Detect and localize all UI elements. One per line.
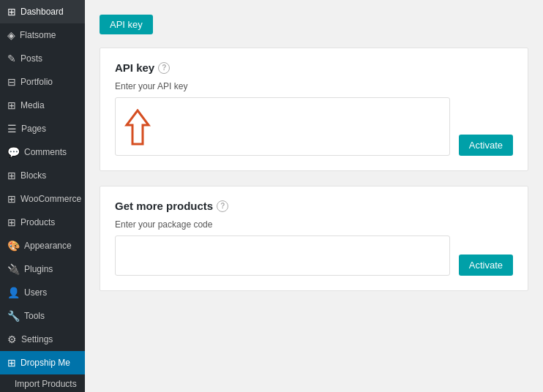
sidebar-item-products[interactable]: ⊞ Products [0, 211, 85, 234]
sidebar-item-label: Media [20, 100, 45, 110]
package-code-input[interactable] [115, 235, 450, 276]
users-icon: 👤 [7, 287, 20, 298]
api-key-input-area[interactable] [115, 97, 450, 156]
sidebar-item-media[interactable]: ⊞ Media [0, 94, 85, 117]
sidebar-item-plugins[interactable]: 🔌 Plugins [0, 257, 85, 281]
sidebar-item-users[interactable]: 👤 Users [0, 281, 85, 304]
sidebar: ⊞ Dashboard ◈ Flatsome ✎ Posts ⊟ Portfol… [0, 0, 85, 392]
flatsome-icon: ◈ [7, 29, 15, 41]
portfolio-icon: ⊟ [7, 76, 16, 88]
blocks-icon: ⊞ [7, 170, 16, 181]
api-key-input-wrapper [115, 97, 450, 156]
sidebar-item-label: Tools [24, 311, 45, 321]
get-more-help-icon[interactable]: ? [217, 200, 228, 212]
tools-icon: 🔧 [7, 310, 20, 322]
sidebar-item-portfolio[interactable]: ⊟ Portfolio [0, 70, 85, 94]
sidebar-item-label: Flatsome [20, 30, 56, 40]
api-key-help-icon[interactable]: ? [158, 62, 170, 74]
sidebar-item-label: Appearance [24, 241, 72, 251]
sidebar-item-label: Pages [21, 124, 46, 134]
arrow-up-icon [123, 109, 152, 146]
sidebar-item-label: Posts [20, 53, 42, 64]
sidebar-item-label: Portfolio [20, 77, 53, 87]
sidebar-item-label: Users [24, 287, 47, 298]
package-code-label: Enter your package code [115, 219, 513, 230]
dashboard-icon: ⊞ [7, 6, 16, 18]
media-icon: ⊞ [7, 99, 16, 111]
api-key-row: Activate [115, 97, 513, 156]
woocommerce-icon: ⊞ [7, 193, 16, 205]
package-input-col [115, 235, 450, 276]
api-key-tab[interactable]: API key [100, 15, 153, 34]
sidebar-item-label: Dropship Me [20, 358, 70, 368]
sidebar-item-label: Comments [24, 147, 67, 157]
api-key-card: API key ? Enter your API key Activate [100, 48, 528, 171]
main-content: API key API key ? Enter your API key Act… [85, 0, 543, 392]
api-key-label: Enter your API key [115, 81, 513, 91]
get-more-title: Get more products ? [115, 200, 513, 212]
sidebar-sub-import-products[interactable]: Import Products [0, 374, 85, 392]
products-icon: ⊞ [7, 216, 16, 228]
get-more-row: Activate [115, 235, 513, 276]
sidebar-item-label: Dashboard [20, 7, 64, 17]
sidebar-item-comments[interactable]: 💬 Comments [0, 140, 85, 164]
get-more-products-card: Get more products ? Enter your package c… [100, 186, 528, 291]
sidebar-item-label: WooCommerce [20, 194, 81, 204]
sidebar-item-dropship-me[interactable]: ⊞ Dropship Me [0, 351, 85, 374]
get-more-activate-button[interactable]: Activate [459, 255, 513, 276]
sidebar-item-flatsome[interactable]: ◈ Flatsome [0, 23, 85, 47]
plugins-icon: 🔌 [7, 263, 20, 275]
appearance-icon: 🎨 [7, 240, 20, 252]
sidebar-item-posts[interactable]: ✎ Posts [0, 47, 85, 70]
dropship-icon: ⊞ [7, 357, 16, 369]
sidebar-item-woocommerce[interactable]: ⊞ WooCommerce [0, 187, 85, 211]
sidebar-item-blocks[interactable]: ⊞ Blocks [0, 164, 85, 187]
settings-icon: ⚙ [7, 333, 17, 345]
sidebar-item-dashboard[interactable]: ⊞ Dashboard [0, 0, 85, 23]
sidebar-item-label: Products [20, 217, 55, 227]
api-key-title: API key ? [115, 61, 513, 74]
posts-icon: ✎ [7, 53, 16, 64]
comments-icon: 💬 [7, 146, 20, 158]
api-key-activate-button[interactable]: Activate [459, 135, 513, 156]
sidebar-item-appearance[interactable]: 🎨 Appearance [0, 234, 85, 257]
sidebar-item-tools[interactable]: 🔧 Tools [0, 304, 85, 328]
svg-marker-0 [127, 110, 149, 144]
sidebar-item-pages[interactable]: ☰ Pages [0, 117, 85, 140]
sidebar-item-label: Blocks [20, 170, 46, 181]
sidebar-item-settings[interactable]: ⚙ Settings [0, 328, 85, 351]
sidebar-item-label: Plugins [24, 264, 53, 274]
sidebar-item-label: Settings [21, 334, 53, 344]
import-products-label: Import Products [15, 379, 77, 389]
pages-icon: ☰ [7, 123, 17, 135]
